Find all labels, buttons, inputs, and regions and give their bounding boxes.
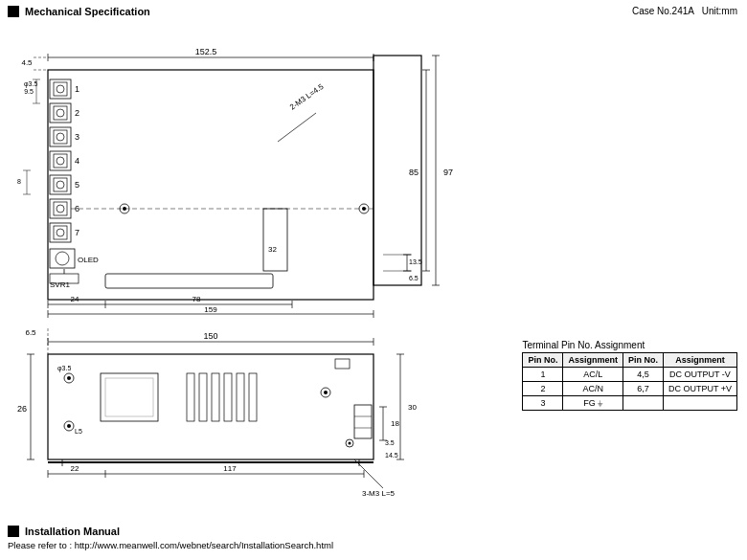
svg-rect-112 bbox=[249, 373, 257, 421]
svg-text:6.5: 6.5 bbox=[25, 328, 36, 337]
svg-text:32: 32 bbox=[268, 245, 277, 254]
svg-text:30: 30 bbox=[408, 403, 417, 412]
terminal-table: Pin No. Assignment Pin No. Assignment 1 … bbox=[522, 352, 737, 411]
svg-text:3.5: 3.5 bbox=[385, 439, 395, 446]
page-container: Mechanical Specification Case No.241A Un… bbox=[0, 0, 747, 560]
case-info: Case No.241A Unit:mm bbox=[632, 6, 737, 16]
svg-text:18: 18 bbox=[391, 419, 399, 428]
table-row: 3 FG ⏚ bbox=[523, 396, 737, 411]
svg-text:φ3.5: φ3.5 bbox=[57, 365, 71, 372]
svg-rect-58 bbox=[263, 209, 287, 271]
svg-point-32 bbox=[57, 157, 64, 165]
svg-text:117: 117 bbox=[223, 464, 237, 473]
svg-rect-0 bbox=[48, 70, 374, 300]
svg-text:97: 97 bbox=[443, 168, 453, 177]
svg-point-103 bbox=[67, 424, 71, 428]
svg-rect-108 bbox=[199, 373, 207, 421]
svg-text:φ3.5: φ3.5 bbox=[24, 80, 37, 88]
terminal-table-section: Terminal Pin No. Assignment Pin No. Assi… bbox=[522, 340, 737, 411]
svg-text:26: 26 bbox=[17, 404, 27, 414]
install-title: Installation Manual bbox=[25, 526, 120, 537]
svg-rect-106 bbox=[105, 378, 153, 416]
svg-rect-39 bbox=[54, 202, 67, 215]
svg-text:4: 4 bbox=[75, 156, 79, 166]
svg-text:24: 24 bbox=[71, 295, 79, 303]
svg-rect-45 bbox=[54, 226, 67, 239]
col-header-assignment-1: Assignment bbox=[563, 353, 623, 368]
installation-section: Installation Manual Please refer to : ht… bbox=[8, 526, 333, 550]
svg-text:150: 150 bbox=[203, 331, 217, 341]
col-header-pin-no-1: Pin No. bbox=[523, 353, 563, 368]
svg-rect-88 bbox=[48, 354, 374, 459]
terminal-table-title: Terminal Pin No. Assignment bbox=[522, 340, 737, 350]
svg-point-135 bbox=[349, 442, 351, 445]
svg-rect-87 bbox=[105, 274, 273, 288]
svg-rect-31 bbox=[54, 154, 67, 168]
svg-text:78: 78 bbox=[192, 295, 201, 303]
svg-rect-105 bbox=[101, 373, 158, 421]
mechanical-spec-header: Mechanical Specification bbox=[8, 6, 739, 17]
section-title: Mechanical Specification bbox=[25, 6, 150, 17]
svg-text:2-M3 L=4.5: 2-M3 L=4.5 bbox=[288, 82, 326, 112]
svg-text:3-M3 L=5: 3-M3 L=5 bbox=[362, 489, 396, 498]
svg-point-46 bbox=[57, 229, 64, 236]
svg-text:85: 85 bbox=[409, 168, 419, 177]
svg-text:159: 159 bbox=[204, 305, 217, 314]
section-icon bbox=[8, 6, 19, 17]
svg-text:4.5: 4.5 bbox=[21, 58, 33, 67]
svg-line-56 bbox=[278, 113, 316, 142]
svg-text:8: 8 bbox=[17, 178, 21, 185]
installation-header: Installation Manual bbox=[8, 526, 333, 537]
svg-point-20 bbox=[57, 85, 64, 93]
col-header-pin-no-2: Pin No. bbox=[622, 353, 663, 368]
svg-rect-35 bbox=[54, 178, 67, 191]
svg-text:2: 2 bbox=[75, 108, 79, 118]
svg-rect-27 bbox=[54, 130, 67, 144]
svg-text:152.5: 152.5 bbox=[195, 47, 217, 56]
install-link: Please refer to : http://www.meanwell.co… bbox=[8, 540, 333, 550]
svg-point-36 bbox=[57, 181, 64, 189]
svg-point-49 bbox=[56, 252, 69, 265]
svg-text:14.5: 14.5 bbox=[385, 452, 398, 459]
svg-text:SVR1: SVR1 bbox=[50, 280, 70, 289]
svg-rect-109 bbox=[212, 373, 219, 421]
svg-rect-136 bbox=[354, 405, 372, 438]
table-row: 1 AC/L 4,5 DC OUTPUT -V bbox=[523, 368, 737, 382]
svg-rect-107 bbox=[187, 373, 194, 421]
svg-text:9.5: 9.5 bbox=[24, 88, 34, 95]
svg-rect-19 bbox=[54, 82, 67, 96]
col-header-assignment-2: Assignment bbox=[663, 353, 736, 368]
svg-point-100 bbox=[67, 376, 71, 380]
svg-text:1: 1 bbox=[75, 84, 79, 94]
svg-text:3: 3 bbox=[75, 132, 79, 142]
svg-text:5: 5 bbox=[75, 180, 79, 190]
svg-rect-23 bbox=[54, 106, 67, 120]
svg-point-40 bbox=[57, 205, 64, 213]
table-row: 2 AC/N 6,7 DC OUTPUT +V bbox=[523, 382, 737, 396]
bottom-diagram: 150 6.5 26 φ3.5 L5 bbox=[10, 321, 469, 507]
svg-text:L5: L5 bbox=[75, 428, 82, 435]
svg-text:7: 7 bbox=[75, 228, 79, 237]
svg-text:OLED: OLED bbox=[78, 256, 99, 264]
svg-point-24 bbox=[57, 109, 64, 117]
top-diagram: 152.5 4.5 97 85 φ3.5 1 2 bbox=[10, 17, 469, 324]
svg-rect-111 bbox=[237, 373, 244, 421]
svg-text:6.5: 6.5 bbox=[409, 275, 419, 281]
svg-text:13.5: 13.5 bbox=[409, 258, 422, 265]
svg-point-28 bbox=[57, 133, 64, 141]
svg-rect-110 bbox=[224, 373, 232, 421]
svg-point-114 bbox=[324, 391, 328, 394]
install-icon bbox=[8, 526, 19, 537]
svg-text:22: 22 bbox=[71, 464, 79, 473]
svg-rect-139 bbox=[335, 359, 350, 369]
